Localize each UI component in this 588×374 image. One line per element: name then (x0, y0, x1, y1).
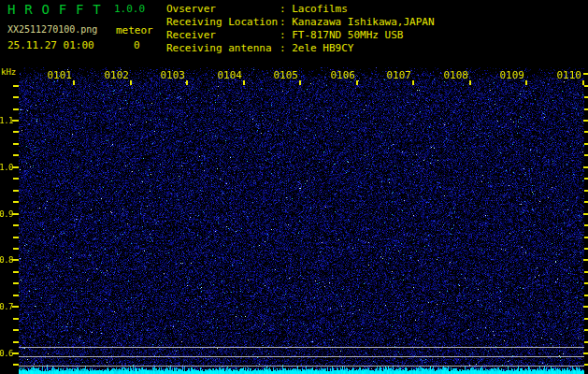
freq-tick-right (583, 73, 588, 75)
observation-datetime: 25.11.27 01:00 (7, 40, 94, 51)
time-tick (525, 80, 527, 85)
time-tick (186, 80, 188, 85)
station-info-line-location: Receiving Location: Kanazawa Ishikawa,JA… (166, 16, 435, 29)
info-label: Receiver (166, 29, 280, 41)
freq-tick-left (13, 271, 19, 273)
hrofft-window: H R O F F T 1.0.0 XX2511270100.png meteo… (0, 0, 588, 374)
time-tick (243, 80, 245, 85)
time-tick (412, 80, 414, 85)
freq-tick-left (13, 108, 19, 110)
freq-tick-right (584, 224, 588, 226)
freq-tick-right (584, 96, 588, 98)
info-value: 2ele HB9CY (292, 42, 353, 54)
freq-tick-left (13, 85, 19, 87)
info-label: Receiving antenna (166, 42, 280, 54)
freq-tick-right (584, 295, 588, 296)
info-separator: : (280, 16, 292, 28)
time-label: 0102 (103, 70, 129, 80)
freq-label: 0.8 (0, 256, 13, 265)
freq-tick-right (583, 120, 588, 122)
freq-tick-right (584, 108, 588, 110)
freq-tick-left (12, 166, 19, 168)
freq-tick-right (584, 329, 588, 331)
freq-tick-right (584, 341, 588, 343)
time-label: 0110 (555, 70, 581, 80)
freq-tick-left (13, 341, 19, 343)
freq-tick-right (584, 237, 588, 238)
freq-tick-left (13, 143, 19, 145)
freq-tick-left (13, 318, 19, 320)
info-separator: : (280, 29, 292, 41)
freq-tick-right (584, 143, 588, 145)
freq-tick-right (584, 271, 588, 273)
freq-tick-left (13, 237, 19, 238)
freq-tick-right (583, 306, 588, 308)
time-label: 0106 (329, 70, 355, 80)
freq-tick-left (12, 259, 19, 261)
info-value: Kanazawa Ishikawa,JAPAN (292, 16, 434, 28)
station-info-line-receiver: Receiver: FT-817ND 50MHz USB (166, 29, 435, 42)
station-info-line-observer: Ovserver: Lacofilms (166, 3, 435, 16)
freq-tick-left (13, 154, 19, 156)
time-label: 0109 (498, 70, 524, 80)
observation-mode: meteor (116, 25, 153, 36)
freq-tick-right (584, 248, 588, 250)
spectrogram-image (19, 67, 584, 374)
echo-count: 0 (134, 40, 140, 51)
freq-tick-right (584, 85, 588, 87)
freq-tick-left (13, 329, 19, 331)
freq-tick-right (583, 259, 588, 261)
freq-tick-right (584, 201, 588, 203)
time-tick (299, 80, 301, 85)
freq-label: 0.6 (0, 350, 13, 358)
freq-tick-right (584, 178, 588, 180)
app-title: H R O F F T (7, 2, 101, 17)
freq-tick-left (12, 352, 19, 354)
info-separator: : (280, 42, 292, 54)
freq-unit-label: kHz (1, 67, 16, 77)
freq-tick-left (13, 190, 19, 192)
info-label: Ovserver (166, 3, 280, 15)
freq-tick-right (584, 154, 588, 156)
time-label: 0108 (442, 70, 468, 80)
time-tick (73, 80, 75, 85)
info-label: Receiving Location (166, 16, 280, 28)
info-value: Lacofilms (292, 3, 348, 15)
freq-tick-left (13, 295, 19, 296)
app-version: 1.0.0 (114, 4, 145, 15)
freq-label: 0.7 (0, 303, 13, 311)
level-line-3 (19, 366, 584, 367)
time-tick (356, 80, 358, 85)
freq-tick-right (584, 318, 588, 320)
freq-tick-left (13, 248, 19, 250)
freq-tick-left (13, 178, 19, 180)
info-value: FT-817ND 50MHz USB (292, 29, 403, 41)
freq-tick-right (584, 131, 588, 133)
level-line-2 (19, 356, 584, 357)
freq-tick-right (583, 166, 588, 168)
output-filename: XX2511270100.png (7, 24, 97, 35)
freq-tick-right (584, 282, 588, 284)
freq-label: 1.1 (0, 117, 13, 125)
freq-tick-left (12, 306, 19, 308)
time-label: 0103 (159, 70, 185, 80)
freq-tick-left (13, 201, 19, 203)
freq-tick-right (583, 213, 588, 215)
time-label: 0104 (216, 70, 242, 80)
time-label: 0107 (385, 70, 411, 80)
time-label: 0105 (272, 70, 298, 80)
freq-tick-left (13, 96, 19, 98)
freq-tick-left (13, 131, 19, 133)
freq-tick-left (12, 213, 19, 215)
station-info-line-antenna: Receiving antenna: 2ele HB9CY (166, 42, 435, 55)
time-label: 0101 (46, 70, 72, 80)
freq-tick-left (13, 282, 19, 284)
freq-tick-right (583, 352, 588, 354)
freq-tick-right (584, 190, 588, 192)
time-tick (130, 80, 132, 85)
freq-label: 0.9 (0, 210, 13, 219)
time-tick (582, 80, 584, 85)
level-line-1 (19, 347, 584, 348)
freq-tick-right (584, 364, 588, 366)
freq-label: 1.0 (0, 164, 13, 172)
